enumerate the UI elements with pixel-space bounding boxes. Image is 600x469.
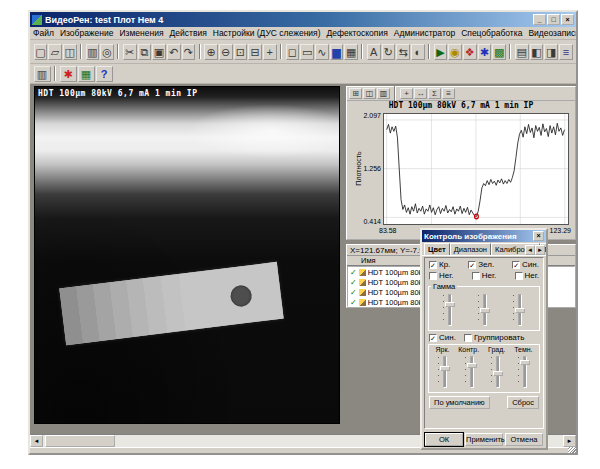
pan-icon[interactable]: + <box>263 44 277 60</box>
zoom-actual-icon[interactable]: ⊟ <box>248 44 262 60</box>
title-bar[interactable]: ВидеоРен: test Плот Нем 4 _ □ × <box>30 12 576 27</box>
checkbox-box[interactable]: ✓ <box>429 334 437 342</box>
minimize-button[interactable]: _ <box>533 14 546 25</box>
maximize-button[interactable]: □ <box>547 14 560 25</box>
ruler-icon[interactable]: ▭ <box>300 44 314 60</box>
settings-icon[interactable]: ◧ <box>530 44 544 60</box>
plot-stats-icon[interactable]: Σ <box>428 88 441 99</box>
plot-print-icon[interactable]: ▥ <box>377 88 390 99</box>
cut-icon[interactable]: ✂ <box>123 44 137 60</box>
checkbox-box[interactable]: ✓ <box>512 261 520 269</box>
grid-icon[interactable]: ▦ <box>344 44 358 60</box>
checkbox-option[interactable]: ✓Зел. <box>468 260 494 269</box>
marker-icon[interactable]: ✱ <box>60 66 77 82</box>
plot-settings-icon[interactable]: ≡ <box>442 88 455 99</box>
close-button[interactable]: × <box>561 14 574 25</box>
brightness-slider[interactable] <box>436 354 452 390</box>
archive-icon[interactable]: ◨ <box>544 44 558 60</box>
zoom-out-icon[interactable]: ⊖ <box>219 44 233 60</box>
checkbox-box[interactable]: ✓ <box>468 261 476 269</box>
plot-range-icon[interactable]: ↔ <box>414 88 427 99</box>
resize-grip[interactable] <box>568 447 576 453</box>
plot-cursor-icon[interactable]: + <box>400 88 413 99</box>
text-icon[interactable]: A <box>367 44 381 60</box>
select-icon[interactable]: ◻ <box>286 44 300 60</box>
slider-thumb[interactable] <box>440 366 450 371</box>
scroll-left-button[interactable]: ◄ <box>30 435 43 447</box>
gamma-slider-blue[interactable] <box>511 292 527 328</box>
checkbox-option[interactable]: Нег. <box>515 271 539 280</box>
gradation-slider[interactable] <box>489 354 505 390</box>
capture-icon[interactable]: ◉ <box>448 44 462 60</box>
profile-icon[interactable]: ∿ <box>315 44 329 60</box>
checkbox-option[interactable]: Группировать <box>464 333 525 342</box>
zoom-fit-icon[interactable]: ⊡ <box>234 44 248 60</box>
report-icon[interactable]: ▥ <box>34 66 51 82</box>
flip-icon[interactable]: ⇆ <box>396 44 410 60</box>
scrollbar-thumb[interactable] <box>45 435 115 447</box>
zoom-in-icon[interactable]: ⊕ <box>204 44 218 60</box>
menu-item[interactable]: Файл <box>30 28 57 38</box>
copy-icon[interactable]: ⧉ <box>138 44 152 60</box>
checkbox-box[interactable] <box>464 334 472 342</box>
shadow-slider[interactable] <box>516 354 532 390</box>
paste-icon[interactable]: ▣ <box>152 44 166 60</box>
checkbox-option[interactable]: ✓Син. <box>512 260 539 269</box>
tab-1[interactable]: Цвет <box>424 243 450 256</box>
plot-grid-icon[interactable]: ⊞ <box>349 88 362 99</box>
help-icon[interactable]: ? <box>96 66 113 82</box>
database-icon[interactable]: ≡ <box>559 44 573 60</box>
checkbox-option[interactable]: Нег. <box>472 271 496 280</box>
tab-2[interactable]: Диапазон <box>450 243 491 255</box>
print-preview-icon[interactable]: ◎ <box>100 44 114 60</box>
menu-item[interactable]: Спецобработка <box>458 28 525 38</box>
play-icon[interactable]: ▶ <box>434 44 448 60</box>
checkbox-box[interactable] <box>515 272 523 280</box>
gamma-slider-green[interactable] <box>476 292 492 328</box>
undo-icon[interactable]: ↶ <box>167 44 181 60</box>
monitor-icon[interactable]: ▤ <box>515 44 529 60</box>
checkbox-box[interactable] <box>429 272 437 280</box>
checkbox-box[interactable]: ✓ <box>429 261 437 269</box>
menu-item[interactable]: Изображение <box>57 28 117 38</box>
ok-button[interactable]: ОК <box>425 433 463 446</box>
tab-scroll-left[interactable]: ◄ <box>525 245 535 255</box>
menu-item[interactable]: Дефектоскопия <box>324 28 391 38</box>
slider-thumb[interactable] <box>515 308 525 313</box>
dialog-title-bar[interactable]: Контроль изображения × <box>422 230 546 242</box>
rotate-icon[interactable]: ↻ <box>382 44 396 60</box>
checkbox-box[interactable] <box>472 272 480 280</box>
tab-scroll-right[interactable]: ► <box>535 245 545 255</box>
slider-thumb[interactable] <box>480 308 490 313</box>
defaults-button[interactable]: По умолчанию <box>429 396 490 409</box>
contrast-slider[interactable] <box>463 354 479 390</box>
density-profile-chart[interactable] <box>383 113 569 225</box>
checkbox-option[interactable]: ✓Син. <box>429 333 456 342</box>
print-icon[interactable]: ▥ <box>86 44 100 60</box>
checkbox-option[interactable]: ✓Кр. <box>429 260 450 269</box>
checkbox-option[interactable]: Нег. <box>429 271 453 280</box>
apply-button[interactable]: Применить <box>465 433 503 446</box>
xray-image-viewer[interactable]: HDT 100µm 80kV 6,7 mA 1 min IP <box>34 86 340 424</box>
filters-icon[interactable]: ✱ <box>478 44 492 60</box>
invert-icon[interactable]: ◐ <box>411 44 425 60</box>
slider-thumb[interactable] <box>467 363 477 368</box>
gamma-slider-red[interactable] <box>441 292 457 328</box>
redo-icon[interactable]: ↷ <box>182 44 196 60</box>
menu-item[interactable]: Видеозапись <box>525 28 576 38</box>
layers-icon[interactable]: ▩ <box>492 44 506 60</box>
menu-item[interactable]: Настройки (ДУС слежения) <box>210 28 324 38</box>
open-icon[interactable]: ▱ <box>48 44 62 60</box>
menu-item[interactable]: Администратор <box>391 28 458 38</box>
slider-thumb[interactable] <box>520 360 530 365</box>
menu-item[interactable]: Изменения <box>116 28 166 38</box>
save-icon[interactable]: ◫ <box>63 44 77 60</box>
new-icon[interactable]: ▢ <box>34 44 48 60</box>
scroll-right-button[interactable]: ► <box>563 435 576 447</box>
reset-button[interactable]: Сброс <box>507 396 539 409</box>
slider-thumb[interactable] <box>445 302 455 307</box>
dialog-close-button[interactable]: × <box>533 231 544 241</box>
menu-item[interactable]: Действия <box>167 28 210 38</box>
cancel-button[interactable]: Отмена <box>505 433 543 446</box>
slider-thumb[interactable] <box>493 371 503 376</box>
